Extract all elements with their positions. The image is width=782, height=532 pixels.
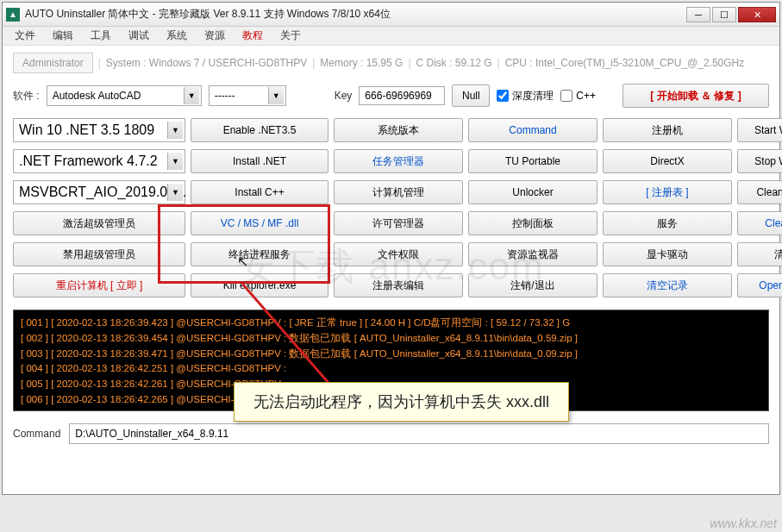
- console-line: [ 002 ] [ 2020-02-13 18:26:39.454 ] @USE…: [21, 331, 761, 347]
- tu-portable-button[interactable]: TU Portable: [468, 149, 597, 173]
- directx-button[interactable]: DirectX: [603, 149, 732, 173]
- window-title: AUTO Uninstaller 简体中文 - 完整珍藏版 Ver 8.9.11…: [25, 7, 686, 22]
- task-manager-button[interactable]: 任务管理器: [334, 149, 463, 173]
- null-button[interactable]: Null: [452, 84, 490, 107]
- clean-cpp-button[interactable]: Clean C++ Runtime: [737, 211, 782, 235]
- software-label: 软件 :: [13, 89, 40, 103]
- menu-about[interactable]: 关于: [273, 27, 308, 45]
- menu-file[interactable]: 文件: [8, 27, 42, 45]
- msvbcrt-dropdown[interactable]: MSVBCRT_AIO_2019.09...▼: [13, 180, 185, 204]
- software-selected: Autodesk AutoCAD: [53, 90, 141, 102]
- menu-tools[interactable]: 工具: [84, 27, 118, 45]
- open-programdata-button[interactable]: Open C:\ProgramData: [737, 273, 782, 297]
- menu-debug[interactable]: 调试: [122, 27, 156, 45]
- system-info-bar: Administrator | System : Windows 7 / USE…: [3, 46, 779, 80]
- kill-process-button[interactable]: 终结进程服务: [191, 242, 328, 266]
- clean-net-button[interactable]: Clean .NET Framework: [737, 180, 782, 204]
- sys-cdisk: C Disk : 59.12 G: [416, 57, 492, 69]
- start-defender-button[interactable]: Start Windows Defender: [737, 118, 782, 142]
- year-dropdown[interactable]: ------ ▼: [209, 85, 286, 106]
- titlebar: ▲ AUTO Uninstaller 简体中文 - 完整珍藏版 Ver 8.9.…: [3, 3, 779, 27]
- key-label: Key: [335, 90, 353, 102]
- resource-monitor-button[interactable]: 资源监视器: [468, 242, 597, 266]
- chevron-down-icon: ▼: [167, 184, 183, 201]
- minimize-button[interactable]: ─: [686, 7, 710, 22]
- menubar: 文件 编辑 工具 调试 系统 资源 教程 关于: [3, 27, 779, 46]
- registry-button[interactable]: [ 注册表 ]: [603, 180, 732, 204]
- maximize-button[interactable]: ☐: [712, 7, 736, 22]
- chevron-down-icon: ▼: [167, 153, 183, 170]
- system-version-button[interactable]: 系统版本: [334, 118, 463, 142]
- cpp-checkbox[interactable]: C++: [560, 90, 596, 102]
- license-manager-button[interactable]: 许可管理器: [334, 211, 463, 235]
- control-panel-button[interactable]: 控制面板: [468, 211, 597, 235]
- command-input[interactable]: D:\AUTO_Uninstaller_x64_8.9.11: [69, 423, 769, 444]
- menu-edit[interactable]: 编辑: [46, 27, 80, 45]
- command-button[interactable]: Command: [468, 118, 597, 142]
- menu-resource[interactable]: 资源: [197, 27, 232, 45]
- activate-admin-button[interactable]: 激活超级管理员: [13, 211, 185, 235]
- clear-log-button[interactable]: 清空记录: [603, 273, 732, 297]
- computer-manage-button[interactable]: 计算机管理: [334, 180, 463, 204]
- admin-button[interactable]: Administrator: [13, 53, 93, 73]
- disable-admin-button[interactable]: 禁用超级管理员: [13, 242, 185, 266]
- app-icon: ▲: [6, 8, 20, 22]
- key-input[interactable]: 666-69696969: [359, 86, 445, 105]
- install-cpp-button[interactable]: Install C++: [191, 180, 328, 204]
- year-selected: ------: [215, 90, 235, 102]
- menu-system[interactable]: 系统: [160, 27, 194, 45]
- regedit-button[interactable]: 注册表编辑: [334, 273, 463, 297]
- menu-tutorial[interactable]: 教程: [235, 27, 270, 45]
- button-grid: Win 10 .NET 3.5 1809▼ Enable .NET3.5 系统版…: [3, 111, 779, 304]
- sys-memory: Memory : 15.95 G: [320, 57, 403, 69]
- chevron-down-icon: ▼: [167, 122, 183, 139]
- net472-dropdown[interactable]: .NET Framework 4.7.2▼: [13, 149, 185, 173]
- watermark-kkx: www.kkx.net: [710, 516, 777, 530]
- command-label: Command: [13, 428, 60, 440]
- console-line: [ 003 ] [ 2020-02-13 18:26:39.471 ] @USE…: [21, 347, 761, 362]
- net35-dropdown[interactable]: Win 10 .NET 3.5 1809▼: [13, 118, 185, 142]
- sys-os: System : Windows 7 / USERCHI-GD8THPV: [106, 57, 307, 69]
- logout-button[interactable]: 注销/退出: [468, 273, 597, 297]
- software-dropdown[interactable]: Autodesk AutoCAD ▼: [47, 85, 202, 106]
- install-net-button[interactable]: Install .NET: [191, 149, 328, 173]
- services-button[interactable]: 服务: [603, 211, 732, 235]
- vc-ms-mf-dll-button[interactable]: VC / MS / MF .dll: [191, 211, 328, 235]
- console-line: [ 004 ] [ 2020-02-13 18:26:42.251 ] @USE…: [21, 361, 761, 377]
- command-row: Command D:\AUTO_Uninstaller_x64_8.9.11: [3, 416, 779, 451]
- keygen-button[interactable]: 注册机: [603, 118, 732, 142]
- gpu-driver-button[interactable]: 显卡驱动: [603, 242, 732, 266]
- deep-clean-checkbox[interactable]: 深度清理: [497, 89, 554, 103]
- close-button[interactable]: ✕: [738, 7, 776, 22]
- console-line: [ 001 ] [ 2020-02-13 18:26:39.423 ] @USE…: [21, 316, 761, 331]
- chevron-down-icon: ▼: [184, 87, 199, 104]
- sys-cpu: CPU : Intel_Core(TM)_i5-3210M_CPU_@_2.50…: [505, 57, 745, 69]
- unlocker-button[interactable]: Unlocker: [468, 180, 597, 204]
- chevron-down-icon: ▼: [268, 87, 284, 104]
- file-perm-button[interactable]: 文件权限: [334, 242, 463, 266]
- stop-defender-button[interactable]: Stop Windows Defender: [737, 149, 782, 173]
- kill-explorer-button[interactable]: Kill explorer.exe: [191, 273, 328, 297]
- software-row: 软件 : Autodesk AutoCAD ▼ ------ ▼ Key 666…: [3, 80, 779, 111]
- enable-net35-button[interactable]: Enable .NET3.5: [191, 118, 328, 142]
- annotation-callout: 无法启动此程序，因为计算机中丢失 xxx.dll: [234, 382, 569, 422]
- reboot-button[interactable]: 重启计算机 [ 立即 ]: [13, 273, 185, 297]
- clean-registry-button[interactable]: 清理无效注册表: [737, 242, 782, 266]
- start-uninstall-button[interactable]: [ 开始卸载 ＆ 修复 ]: [622, 84, 769, 108]
